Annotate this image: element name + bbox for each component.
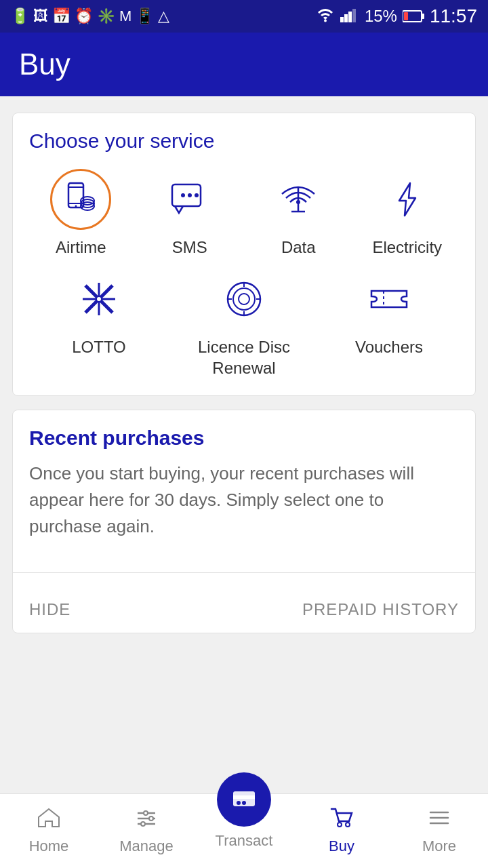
nav-item-home[interactable]: Home (0, 808, 98, 855)
svg-point-11 (75, 205, 77, 208)
sms-icon-wrapper (159, 169, 220, 230)
transact-label: Transact (216, 832, 273, 850)
svg-rect-4 (352, 9, 356, 22)
licence-icon (222, 277, 266, 321)
service-item-sms[interactable]: SMS (138, 169, 242, 258)
svg-point-26 (96, 296, 102, 302)
recent-body-text: Once you start buying, your recent purch… (29, 460, 459, 540)
transact-circle (217, 772, 271, 827)
vouchers-icon (367, 277, 411, 321)
buy-label: Buy (329, 837, 354, 855)
recent-section: Recent purchases Once you start buying, … (13, 410, 475, 572)
calendar-icon: 📅 (52, 7, 70, 25)
svg-point-37 (144, 811, 148, 815)
service-grid-row1: Airtime SMS (29, 169, 459, 258)
status-time: 11:57 (430, 5, 477, 27)
service-grid-row2: LOTTO Lic (29, 269, 459, 378)
service-item-licence[interactable]: Licence Disc Renewal (174, 269, 314, 378)
more-icon (428, 808, 451, 833)
svg-point-16 (181, 193, 185, 197)
alert-icon: △ (158, 7, 169, 25)
main-content: Choose your service (0, 96, 488, 650)
electricity-label: Electricity (372, 237, 442, 258)
svg-rect-3 (348, 12, 352, 22)
service-section-title: Choose your service (29, 130, 459, 153)
vouchers-label: Vouchers (355, 336, 423, 357)
photo-icon: 🖼 (33, 7, 48, 25)
nav-item-manage[interactable]: Manage (98, 808, 195, 855)
airtime-icon-wrapper (50, 169, 111, 230)
svg-point-18 (195, 193, 199, 197)
service-item-airtime[interactable]: Airtime (29, 169, 133, 258)
data-label: Data (281, 237, 316, 258)
service-item-data[interactable]: Data (247, 169, 350, 258)
service-item-vouchers[interactable]: Vouchers (319, 269, 459, 378)
battery-bar-icon (403, 6, 424, 27)
services-card: Choose your service (12, 113, 476, 396)
svg-point-43 (141, 822, 145, 826)
svg-point-17 (188, 193, 192, 197)
manage-icon (135, 808, 158, 833)
nav-item-buy[interactable]: Buy (293, 808, 390, 855)
battery-icon: 🔋 (11, 7, 29, 25)
mail-icon: M (119, 7, 131, 25)
lotto-icon (77, 277, 121, 321)
wifi-icon (316, 6, 335, 27)
svg-point-0 (324, 19, 327, 22)
svg-rect-6 (422, 14, 424, 19)
buy-icon (330, 808, 353, 833)
more-label: More (422, 837, 456, 855)
vouchers-icon-wrapper (359, 269, 420, 330)
recent-purchases-card: Recent purchases Once you start buying, … (12, 410, 476, 633)
status-bar: 🔋 🖼 📅 ⏰ ✳️ M 📱 △ 15% (0, 0, 488, 33)
header: Buy (0, 33, 488, 96)
electricity-icon (386, 178, 429, 221)
svg-rect-1 (340, 17, 344, 22)
svg-point-28 (233, 288, 255, 310)
prepaid-history-button[interactable]: PREPAID HISTORY (302, 600, 459, 619)
svg-point-49 (346, 823, 350, 827)
svg-point-29 (239, 294, 249, 304)
svg-point-40 (149, 816, 153, 821)
licence-label: Licence Disc Renewal (174, 336, 314, 378)
recent-actions: HIDE PREPAID HISTORY (13, 587, 475, 633)
airtime-label: Airtime (56, 237, 106, 258)
hide-button[interactable]: HIDE (29, 600, 70, 619)
service-item-electricity[interactable]: Electricity (356, 169, 460, 258)
phone-icon: 📱 (136, 7, 154, 25)
svg-point-48 (338, 823, 342, 827)
recent-title: Recent purchases (29, 427, 459, 450)
lotto-icon-wrapper (68, 269, 129, 330)
alarm-icon: ⏰ (75, 7, 93, 25)
page-title: Buy (19, 47, 469, 81)
airtime-icon (59, 178, 102, 221)
nav-item-more[interactable]: More (390, 808, 488, 855)
licence-icon-wrapper (214, 269, 274, 330)
lotto-label: LOTTO (72, 336, 126, 357)
bottom-nav: Home Manage T (0, 793, 488, 868)
sms-label: SMS (172, 237, 207, 258)
nav-item-transact[interactable]: Transact (195, 772, 293, 850)
svg-rect-45 (233, 795, 255, 799)
manage-label: Manage (119, 837, 174, 855)
home-label: Home (29, 837, 69, 855)
svg-point-46 (237, 801, 241, 805)
service-section: Choose your service (13, 113, 475, 395)
battery-percent: 15% (365, 7, 397, 26)
signal-icon (340, 6, 359, 27)
svg-point-47 (242, 801, 246, 805)
data-icon-wrapper (268, 169, 329, 230)
status-icons-right: 15% 11:57 (316, 5, 477, 27)
svg-point-21 (296, 200, 300, 204)
service-item-lotto[interactable]: LOTTO (29, 269, 169, 378)
settings-icon: ✳️ (97, 7, 115, 25)
sms-icon (168, 178, 211, 221)
status-icons-left: 🔋 🖼 📅 ⏰ ✳️ M 📱 △ (11, 7, 169, 25)
electricity-icon-wrapper (377, 169, 438, 230)
home-icon (37, 808, 60, 833)
svg-rect-2 (344, 14, 348, 22)
svg-rect-7 (404, 12, 408, 20)
recent-divider (12, 572, 476, 573)
data-icon (277, 178, 320, 221)
